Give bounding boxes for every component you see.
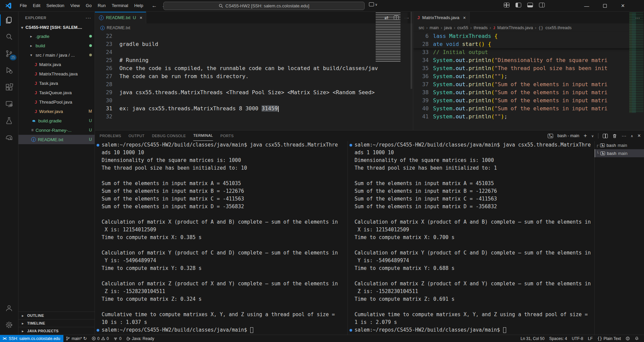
- cursor-position[interactable]: Ln 31, Col 50: [518, 335, 547, 342]
- ports-indicator[interactable]: 0: [111, 335, 124, 342]
- terminal-pane-right[interactable]: salem:~/repos/CS455-HW2/build/classes/ja…: [347, 141, 594, 335]
- activity-run-debug[interactable]: [0, 62, 18, 79]
- tree-item-connor-ramey-[interactable]: ≡Connor-Ramey-...U: [18, 125, 95, 135]
- breadcrumb-item[interactable]: src: [419, 25, 424, 30]
- activity-gradle[interactable]: [0, 129, 18, 146]
- new-terminal-icon[interactable]: +: [584, 132, 587, 139]
- tree-item--gradle[interactable]: ▸.gradle: [18, 32, 95, 41]
- section-java-projects[interactable]: ▸JAVA PROJECTS: [18, 327, 95, 335]
- activity-extensions[interactable]: [0, 79, 18, 96]
- account-button[interactable]: [0, 300, 18, 317]
- tree-item-task-java[interactable]: JTask.java: [18, 78, 95, 88]
- activity-search[interactable]: [0, 28, 18, 45]
- menu-selection[interactable]: Selection: [43, 2, 67, 10]
- toggle-panel-icon[interactable]: [527, 3, 533, 7]
- command-center-search[interactable]: CS455-HW2 [SSH: salem.cs.colostate.edu]: [163, 2, 365, 10]
- tab-matrixthreads[interactable]: J MatrixThreads.java ×: [413, 12, 470, 23]
- minimize-button[interactable]: —: [578, 0, 596, 12]
- toggle-secondary-sidebar-icon[interactable]: [539, 3, 545, 7]
- tree-item-threadpool-java[interactable]: JThreadPool.java: [18, 97, 95, 107]
- indentation[interactable]: Spaces: 4: [547, 335, 569, 342]
- tab-readme[interactable]: i README.txt U ×: [95, 12, 146, 23]
- branch-indicator[interactable]: main* ↻: [63, 335, 89, 342]
- activity-remote-explorer[interactable]: [0, 96, 18, 112]
- command-decoration-icon[interactable]: [350, 329, 352, 332]
- kill-terminal-icon[interactable]: [612, 133, 617, 138]
- scrollbar[interactable]: [411, 12, 412, 89]
- tree-item-taskqueue-java[interactable]: JTaskQueue.java: [18, 88, 95, 97]
- breadcrumb-item[interactable]: MatrixThreads.java: [497, 25, 533, 30]
- tree-item-readme-txt[interactable]: iREADME.txtU: [18, 135, 95, 144]
- line-number: 29: [95, 89, 119, 97]
- close-button[interactable]: ×: [614, 0, 632, 12]
- menu-terminal[interactable]: Terminal: [109, 2, 131, 10]
- customize-layout-icon[interactable]: [504, 3, 509, 7]
- breadcrumb-item[interactable]: csx55: [457, 25, 468, 30]
- chevron-down-icon[interactable]: ∨: [591, 134, 594, 138]
- terminal-tab-bash[interactable]: ┌bashmain: [595, 141, 644, 149]
- breadcrumb-item[interactable]: threads: [474, 25, 488, 30]
- code-text: gradle build: [119, 40, 158, 48]
- tree-item-build-gradle[interactable]: build.gradleU: [18, 116, 95, 125]
- back-arrow-icon[interactable]: ←: [152, 3, 157, 9]
- terminal-pane-left[interactable]: salem:~/repos/CS455-HW2/build/classes/ja…: [95, 141, 347, 335]
- tree-item-matrixthreads-java[interactable]: JMatrixThreads.java: [18, 69, 95, 78]
- window-menu[interactable]: ∨: [369, 2, 377, 6]
- breadcrumb[interactable]: src›main›java›csx55›threads›JMatrixThrea…: [413, 23, 644, 32]
- java-status[interactable]: Java: Ready: [124, 335, 157, 342]
- terminal-line: Time to compute matrix X: 0.700 s: [348, 234, 594, 241]
- remote-indicator[interactable]: >< SSH: salem.cs.colostate.edu: [0, 335, 63, 342]
- section-outline[interactable]: ▸OUTLINE: [18, 311, 95, 319]
- tree-item-matrix-java[interactable]: JMatrix.java: [18, 60, 95, 69]
- panel-tab-debug-console[interactable]: DEBUG CONSOLE: [152, 130, 186, 141]
- sidebar-actions-icon[interactable]: ···: [86, 15, 91, 20]
- java-code-area[interactable]: 33// Initial output34System.out.println(…: [413, 48, 644, 121]
- activity-explorer[interactable]: [0, 12, 18, 28]
- sidebar-sections: ▸OUTLINE▸TIMELINE▸JAVA PROJECTS: [18, 311, 95, 335]
- terminal-tab-bash[interactable]: └bashmain: [595, 149, 644, 157]
- tree-item-worker-java[interactable]: JWorker.javaM: [18, 107, 95, 116]
- menu-view[interactable]: View: [67, 2, 83, 10]
- panel-tab-ports[interactable]: PORTS: [220, 130, 234, 141]
- breadcrumb-item[interactable]: csx55.threads: [545, 25, 572, 30]
- breadcrumb[interactable]: i README.txt: [95, 23, 413, 32]
- notifications-bell[interactable]: [632, 335, 641, 342]
- problems-indicator[interactable]: 0 0: [89, 335, 111, 342]
- encoding[interactable]: UTF-8: [570, 335, 586, 342]
- close-icon[interactable]: ×: [140, 15, 142, 20]
- eol-sequence[interactable]: LF: [586, 335, 595, 342]
- minimap[interactable]: [376, 12, 408, 62]
- command-decoration-icon[interactable]: [97, 144, 99, 147]
- section-timeline[interactable]: ▸TIMELINE: [18, 319, 95, 327]
- breadcrumb-item[interactable]: java: [444, 25, 452, 30]
- tree-item-build[interactable]: ▸build: [18, 41, 95, 50]
- language-mode[interactable]: {} Plain Text: [595, 335, 623, 342]
- panel-tab-terminal[interactable]: TERMINAL: [193, 130, 213, 141]
- panel-tab-problems[interactable]: PROBLEMS: [100, 130, 121, 141]
- split-terminal-icon[interactable]: [603, 134, 608, 138]
- workspace-root-folder[interactable]: ▾ CS455-HW2 [SSH: SALEM....: [18, 23, 95, 32]
- menu-help[interactable]: Help: [131, 2, 146, 10]
- menu-edit[interactable]: Edit: [30, 2, 43, 10]
- maximize-button[interactable]: [596, 0, 614, 12]
- breadcrumb-item[interactable]: main: [430, 25, 439, 30]
- toggle-sidebar-icon[interactable]: [516, 3, 521, 7]
- readme-code-area[interactable]: 2223gradle build2425# Running26Once the …: [95, 32, 413, 121]
- activity-testing[interactable]: [0, 112, 18, 129]
- sticky-scroll[interactable]: 6lass MatrixThreads {28ate void start() …: [413, 32, 644, 48]
- command-decoration-icon[interactable]: [97, 329, 99, 332]
- settings-button[interactable]: [0, 317, 18, 333]
- activity-source-control[interactable]: 25: [0, 45, 18, 62]
- more-actions-icon[interactable]: ···: [622, 133, 626, 138]
- minimap[interactable]: [629, 12, 643, 113]
- menu-file[interactable]: File: [17, 2, 30, 10]
- panel-tab-output[interactable]: OUTPUT: [128, 130, 145, 141]
- command-decoration-icon[interactable]: [350, 144, 352, 147]
- tree-item-src-main-java-[interactable]: ▾src / main / java / ...: [18, 50, 95, 60]
- maximize-panel-icon[interactable]: ∧: [631, 134, 633, 138]
- menu-go[interactable]: Go: [83, 2, 95, 10]
- menu-run[interactable]: Run: [95, 2, 109, 10]
- close-panel-icon[interactable]: ×: [638, 133, 641, 139]
- feedback-smiley[interactable]: [623, 335, 632, 342]
- close-icon[interactable]: ×: [463, 15, 466, 20]
